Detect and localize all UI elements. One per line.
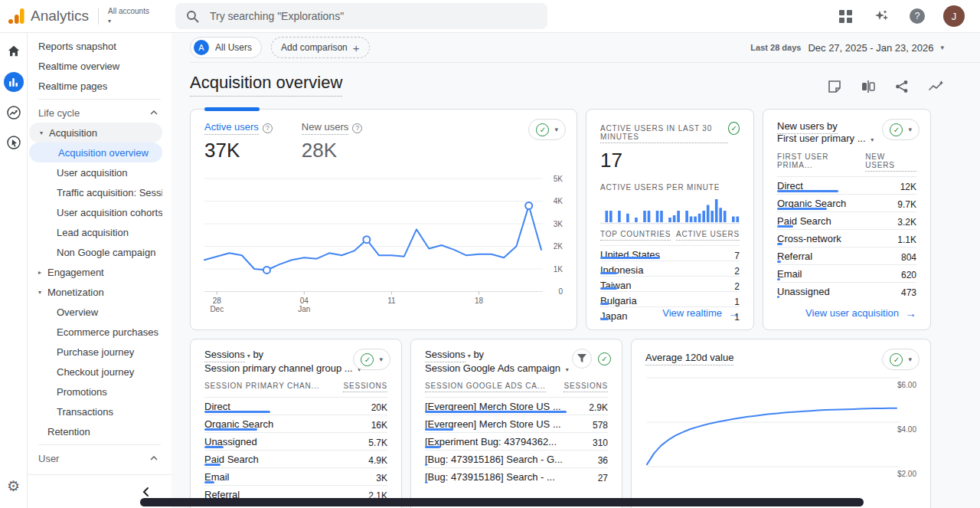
view-user-acquisition-link[interactable]: View user acquisition → (805, 306, 916, 320)
chart-options-pill[interactable]: ✓ ▾ (882, 119, 920, 140)
nav-item-realtime-pages[interactable]: Realtime pages (28, 76, 162, 96)
chevron-expanded-icon[interactable]: ▾ (32, 289, 47, 296)
help-icon[interactable]: ? (910, 8, 925, 24)
nav-item-promotions[interactable]: Promotions (28, 382, 162, 401)
row-label: Unassigned (204, 436, 351, 447)
metric-tab-new-users[interactable]: New users ? 28K (302, 121, 362, 162)
sessions-by-campaign-card: Sessions▾ by Session Google Ads campaign… (410, 339, 622, 508)
dimension-selector[interactable]: Session Google Ads campaign ▾ (425, 362, 569, 374)
home-icon[interactable] (5, 42, 23, 61)
nav-item-user-acquisition[interactable]: User acquisition (28, 162, 162, 182)
date-range-value: Dec 27, 2025 - Jan 23, 2026 (808, 42, 933, 54)
nav-item-reports-snapshot[interactable]: Reports snapshot (28, 36, 162, 56)
chart-options-pill[interactable]: ✓ ▾ (528, 119, 566, 140)
table-row-paid-search: Paid Search4.9K (204, 450, 387, 467)
nav-item-user-acquisition-cohorts[interactable]: User acquisition cohorts (28, 202, 162, 222)
reports-icon[interactable] (4, 72, 24, 92)
nav-item-engagement[interactable]: ▸Engagement (28, 262, 162, 282)
chevron-up-icon[interactable] (150, 456, 158, 460)
share-icon[interactable] (895, 80, 909, 93)
ab-compare-icon[interactable] (861, 80, 875, 93)
column-header[interactable]: SESSIONS (564, 382, 608, 392)
nav-item-overview[interactable]: Overview (28, 302, 162, 322)
explore-icon[interactable] (5, 103, 23, 122)
account-switcher[interactable]: All accounts ▾ (108, 7, 149, 25)
dimension-selector[interactable]: First user primary ... ▾ (777, 133, 874, 144)
advertising-icon[interactable] (5, 133, 23, 152)
nav-item-ecommerce-purchases[interactable]: Ecommerce purchases (28, 322, 162, 342)
nav-item-traffic-acquisition-session[interactable]: Traffic acquisition: Session... (28, 182, 162, 202)
chart-options-pill[interactable]: ✓ ▾ (882, 349, 920, 370)
table-row-experiment-bug-43794362: [Experiment Bug: 43794362...310 (425, 432, 608, 450)
bottom-scrollbar[interactable] (140, 498, 864, 506)
row-value-bar (600, 303, 609, 305)
table-row-evergreen-merch-store-us: [Evergreen] Merch Store US ...2.9K (425, 397, 608, 415)
avatar[interactable]: J (943, 5, 965, 27)
chevron-down-icon: ▾ (940, 44, 944, 51)
chevron-expanded-icon[interactable]: ▾ (34, 129, 49, 136)
view-realtime-link[interactable]: View realtime → (662, 306, 740, 320)
chevron-down-icon: ▾ (566, 366, 569, 373)
column-header[interactable]: TOP COUNTRIES (600, 230, 671, 241)
nav-item-retention[interactable]: Retention (28, 421, 162, 441)
nav-item-non-google-campaign[interactable]: Non Google campaign (28, 242, 162, 262)
metric-selector[interactable]: Sessions▾ (425, 349, 471, 360)
chevron-up-icon[interactable] (150, 110, 158, 115)
column-header[interactable]: FIRST USER PRIMA... (777, 152, 865, 169)
card-title[interactable]: Average 120d value (645, 352, 733, 365)
chevron-collapsed-icon[interactable]: ▸ (32, 269, 47, 276)
row-value: 2.9K (589, 402, 608, 413)
date-range-selector[interactable]: Last 28 days Dec 27, 2025 - Jan 23, 2026… (750, 42, 944, 54)
all-users-chip[interactable]: A All Users (190, 37, 262, 58)
row-value: 36 (598, 455, 608, 466)
column-header[interactable]: SESSION GOOGLE ADS CA... (425, 382, 546, 392)
nav-item-lead-acquisition[interactable]: Lead acquisition (28, 222, 162, 242)
info-icon[interactable]: ? (352, 123, 362, 133)
chevron-down-icon: ▾ (379, 356, 383, 363)
add-comparison-button[interactable]: Add comparison + (271, 37, 369, 58)
nav-item-checkout-journey[interactable]: Checkout journey (28, 362, 162, 382)
link-label: View realtime (662, 307, 722, 319)
analytics-logo[interactable]: Analytics (0, 8, 89, 25)
chart-options-pill[interactable]: ✓ ▾ (353, 349, 390, 370)
filter-icon[interactable] (572, 349, 592, 369)
metric-selector[interactable]: Sessions▾ (204, 349, 250, 360)
gemini-sparkle-icon[interactable] (873, 7, 891, 25)
svg-text:28: 28 (213, 297, 222, 305)
column-header[interactable]: NEW USERS (865, 152, 916, 172)
column-header[interactable]: ACTIVE USERS (676, 230, 740, 241)
nav-item-label: Acquisition (49, 127, 162, 139)
nav-item-transactions[interactable]: Transactions (28, 401, 162, 421)
active-tab-indicator (204, 107, 260, 111)
dimension-selector[interactable]: Session primary channel group ... ▾ (204, 362, 361, 374)
data-quality-check-icon[interactable]: ✓ (598, 352, 611, 365)
nav-item-realtime-overview[interactable]: Realtime overview (28, 56, 162, 76)
notes-icon[interactable] (828, 80, 841, 93)
search-bar[interactable] (175, 3, 547, 29)
insights-icon[interactable] (929, 80, 944, 93)
nav-item-acquisition-overview[interactable]: Acquisition overview (29, 143, 162, 162)
row-value: 3K (376, 473, 387, 483)
google-apps-grid-icon[interactable] (836, 7, 854, 25)
row-value-bar (600, 318, 609, 320)
row-value-bar (204, 464, 220, 466)
settings-gear-icon[interactable]: ⚙ (7, 477, 20, 495)
table-row-direct: Direct20K (204, 397, 387, 415)
row-value: 5.7K (368, 438, 387, 448)
nav-item-monetization[interactable]: ▾Monetization (28, 282, 162, 302)
nav-item-user[interactable]: User (28, 448, 162, 468)
nav-item-life-cycle[interactable]: Life cycle (28, 103, 162, 123)
search-input[interactable] (208, 9, 537, 23)
metric-tab-active-users[interactable]: Active users ? 37K (204, 121, 273, 162)
metric-label: New users (302, 121, 348, 135)
row-value-bar (777, 190, 838, 192)
column-header[interactable]: SESSIONS (343, 382, 387, 392)
info-icon[interactable]: ? (263, 123, 273, 133)
nav-item-purchase-journey[interactable]: Purchase journey (28, 342, 162, 362)
table-row-bug-473915186-search: [Bug: 473915186] Search - ...27 (425, 467, 608, 485)
collapse-sidebar-icon[interactable] (141, 487, 150, 497)
report-actions (828, 80, 944, 97)
column-header[interactable]: SESSION PRIMARY CHAN... (204, 382, 319, 390)
realtime-card: ACTIVE USERS IN LAST 30 MINUTES ✓ 17 ACT… (586, 109, 754, 330)
nav-item-acquisition[interactable]: ▾Acquisition (29, 123, 162, 143)
